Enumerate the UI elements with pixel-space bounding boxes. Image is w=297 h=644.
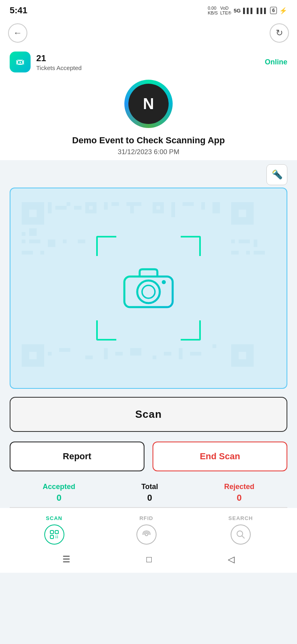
online-status: Online <box>265 58 287 66</box>
corner-br <box>181 320 201 341</box>
tab-rfid-label: RFID <box>139 515 153 521</box>
main-content: 🔦 <box>0 160 297 573</box>
report-button[interactable]: Report <box>10 442 144 471</box>
corner-tr <box>181 236 201 256</box>
tab-search-icon <box>231 524 251 545</box>
accepted-label: Accepted <box>43 483 75 491</box>
end-scan-button[interactable]: End Scan <box>153 442 287 471</box>
tab-rfid[interactable]: RFID <box>136 515 157 545</box>
status-bar: 5:41 0.00KB/S VoDLTE® 5G ▌▌▌ ▌▌▌ 6 ⚡ <box>0 0 297 19</box>
svg-rect-21 <box>239 210 246 217</box>
rfid-icon-svg <box>141 529 152 540</box>
svg-rect-15 <box>157 206 160 210</box>
svg-rect-54 <box>50 530 54 534</box>
svg-rect-30 <box>22 251 33 254</box>
svg-rect-39 <box>48 352 52 355</box>
flashlight-row: 🔦 <box>0 160 297 188</box>
svg-rect-25 <box>63 239 66 243</box>
back-sys-icon[interactable]: ◁ <box>228 554 235 565</box>
svg-rect-60 <box>57 537 58 538</box>
svg-point-53 <box>162 280 166 284</box>
svg-rect-57 <box>56 536 56 537</box>
svg-rect-33 <box>246 251 250 254</box>
svg-rect-59 <box>56 537 56 538</box>
svg-rect-36 <box>29 352 37 359</box>
svg-rect-10 <box>104 202 107 210</box>
back-button[interactable]: ← <box>8 23 27 43</box>
flashlight-icon: 🔦 <box>272 169 283 180</box>
svg-rect-2 <box>22 232 25 236</box>
svg-rect-8 <box>85 202 97 213</box>
svg-rect-7 <box>74 206 82 210</box>
scanner-overlay <box>96 236 201 341</box>
svg-rect-19 <box>212 202 220 213</box>
battery: 6 <box>270 7 277 14</box>
tab-scan-label: SCAN <box>46 515 62 521</box>
svg-rect-29 <box>254 239 257 247</box>
svg-rect-24 <box>48 239 56 247</box>
accepted-stat: Accepted 0 <box>43 483 75 503</box>
bottom-nav: SCAN RFID <box>0 508 297 549</box>
svg-line-63 <box>242 536 245 538</box>
svg-rect-49 <box>212 344 216 348</box>
svg-rect-32 <box>231 251 239 254</box>
svg-rect-17 <box>183 202 194 206</box>
svg-rect-13 <box>130 206 134 214</box>
signal-bars2: ▌▌▌ <box>257 8 268 14</box>
svg-rect-27 <box>231 239 235 243</box>
svg-rect-45 <box>153 355 156 359</box>
svg-rect-22 <box>22 239 25 243</box>
back-icon: ← <box>13 28 22 38</box>
scan-icon-svg <box>49 529 60 540</box>
event-left: 🎟 21 Tickets Accepted <box>10 52 82 72</box>
svg-rect-12 <box>126 202 141 206</box>
svg-rect-41 <box>85 355 93 359</box>
svg-rect-14 <box>153 202 164 213</box>
svg-rect-18 <box>201 202 205 210</box>
svg-rect-9 <box>89 206 93 210</box>
event-date: 31/12/2023 6:00 PM <box>16 148 281 156</box>
tab-scan[interactable]: SCAN <box>44 515 64 545</box>
signal-5g: 5G <box>234 8 241 14</box>
scan-button[interactable]: Scan <box>10 397 287 432</box>
corner-tl <box>96 236 116 256</box>
svg-rect-44 <box>130 348 141 356</box>
event-ticket-count: 21 <box>36 53 82 64</box>
svg-rect-46 <box>164 352 171 355</box>
event-info-row: 🎟 21 Tickets Accepted Online <box>0 47 297 76</box>
svg-rect-43 <box>115 352 123 355</box>
avatar: N <box>128 84 169 124</box>
scanner-container <box>10 188 287 389</box>
svg-rect-23 <box>29 239 40 243</box>
header-nav: ← ↻ <box>0 19 297 47</box>
rejected-stat: Rejected 0 <box>224 483 254 503</box>
charging-icon: ⚡ <box>279 7 287 14</box>
refresh-button[interactable]: ↻ <box>270 23 289 43</box>
home-icon[interactable]: □ <box>146 554 152 565</box>
svg-point-52 <box>142 285 155 298</box>
svg-rect-26 <box>78 239 85 243</box>
camera-icon-center <box>120 265 177 311</box>
svg-rect-40 <box>59 348 70 352</box>
avatar-section: N <box>0 80 297 128</box>
svg-rect-48 <box>190 352 201 355</box>
svg-rect-31 <box>40 251 44 254</box>
svg-point-51 <box>137 281 160 303</box>
corner-bl <box>96 320 116 341</box>
tab-search[interactable]: SEARCH <box>229 515 253 545</box>
ticket-icon-box: 🎟 <box>10 52 31 72</box>
svg-rect-38 <box>239 352 246 359</box>
rejected-value: 0 <box>224 493 254 503</box>
svg-rect-11 <box>111 202 119 206</box>
network-type: VoDLTE® <box>220 6 231 15</box>
search-icon-svg <box>235 529 246 540</box>
svg-rect-4 <box>48 202 52 213</box>
status-time: 5:41 <box>10 5 27 16</box>
flashlight-button[interactable]: 🔦 <box>266 164 287 185</box>
refresh-icon: ↻ <box>276 28 283 38</box>
stats-row: Accepted 0 Total 0 Rejected 0 <box>0 477 297 507</box>
svg-rect-5 <box>56 206 67 210</box>
svg-rect-28 <box>239 239 250 243</box>
menu-icon[interactable]: ☰ <box>62 554 70 565</box>
network-speed: 0.00KB/S <box>208 6 218 15</box>
